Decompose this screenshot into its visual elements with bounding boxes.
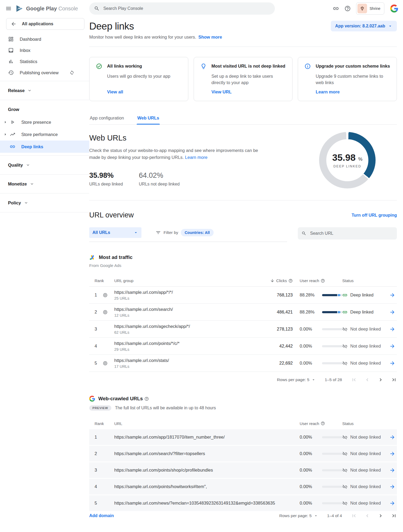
- status-cell: Not deep linked: [342, 468, 385, 473]
- reach-bar: [317, 362, 342, 364]
- sync-icon[interactable]: [70, 70, 74, 75]
- all-applications-button[interactable]: All applications: [6, 18, 84, 30]
- help-icon[interactable]: [321, 279, 325, 283]
- google-ads-icon: [89, 254, 96, 261]
- url-text[interactable]: https://sample.url.com/points/*/c/*: [114, 341, 255, 346]
- row-arrow-button[interactable]: [385, 326, 397, 332]
- status-label: Deep linked: [350, 310, 373, 315]
- publishing-overview-icon: [8, 70, 14, 76]
- sidebar-section-monetize[interactable]: Monetize: [0, 177, 89, 191]
- divider: [0, 81, 89, 81]
- url-text[interactable]: https://sample.url.com/points/howitworks…: [114, 484, 293, 489]
- expand-arrow-icon[interactable]: [3, 132, 8, 137]
- app-version-selector[interactable]: App version: 8.2.027.aab: [331, 21, 397, 31]
- last-page-icon[interactable]: [391, 513, 397, 519]
- section-label: Policy: [8, 200, 21, 205]
- sidebar-section-policy[interactable]: Policy: [0, 196, 89, 209]
- tab-app-configuration[interactable]: App configuration: [89, 113, 124, 124]
- row-arrow-button[interactable]: [385, 451, 397, 457]
- row-arrow-button[interactable]: [385, 500, 397, 506]
- deep-linked-chart: 35.98 % DEEP LINKED: [319, 132, 376, 188]
- last-page-icon[interactable]: [391, 377, 397, 383]
- stat-value: 35.98%: [89, 171, 123, 180]
- row-arrow-button[interactable]: [385, 360, 397, 366]
- help-icon[interactable]: [288, 279, 293, 283]
- clicks-cell: 42,442: [255, 344, 293, 349]
- search-url-input[interactable]: [310, 231, 393, 236]
- global-search-input[interactable]: [103, 6, 270, 11]
- turn-off-url-grouping-link[interactable]: Turn off URL grouping: [352, 213, 397, 218]
- sidebar-item-dashboard[interactable]: Dashboard: [0, 34, 89, 45]
- sidebar-item-deep-links[interactable]: Deep links: [0, 141, 89, 153]
- rows-per-page-select[interactable]: Rows per page: 5: [277, 377, 316, 382]
- url-text[interactable]: https://sample.url.com/search/: [114, 307, 255, 312]
- row-arrow-button[interactable]: [385, 343, 397, 349]
- sidebar-item-publishing-overview[interactable]: Publishing overview: [0, 67, 89, 78]
- google-account-button[interactable]: [390, 4, 399, 13]
- store-presence-icon: [10, 119, 15, 125]
- url-text[interactable]: https://sample.url.com/app/1817070/item_…: [114, 435, 293, 440]
- reach-cell: 0.00%: [293, 435, 317, 440]
- page-subtitle: Monitor how well deep links are working …: [89, 35, 397, 40]
- app-selector[interactable]: Shrine: [356, 2, 384, 15]
- search-url-box[interactable]: [298, 227, 397, 240]
- add-domain-link[interactable]: Add domain: [89, 513, 114, 518]
- card-title: Most visited URL is not deep linked: [211, 63, 286, 69]
- row-arrow-button[interactable]: [385, 434, 397, 440]
- row-arrow-button[interactable]: [385, 467, 397, 473]
- google-logo-icon: [390, 5, 398, 13]
- stat-label: URLs not deep linked: [139, 182, 180, 187]
- sidebar-item-inbox[interactable]: Inbox: [0, 45, 89, 56]
- tab-web-urls[interactable]: Web URLs: [137, 113, 160, 124]
- url-text[interactable]: https://sample.url.com/points/shop/c/pro…: [114, 468, 293, 473]
- sidebar-section-quality[interactable]: Quality: [0, 158, 89, 172]
- row-arrow-button[interactable]: [385, 309, 397, 315]
- card-most-visited-url: Most visited URL is not deep linked Set …: [194, 57, 293, 101]
- help-icon[interactable]: [344, 5, 351, 12]
- sidebar-item-store-presence[interactable]: Store presence: [0, 116, 89, 128]
- all-urls-dropdown[interactable]: All URLs: [89, 227, 141, 238]
- rows-per-page-select[interactable]: Rows per page: 5: [279, 513, 318, 518]
- countries-filter-chip[interactable]: Countries: All: [181, 229, 214, 236]
- row-arrow-button[interactable]: [385, 484, 397, 490]
- url-text[interactable]: https://sample.url.com/search/?filter=to…: [114, 451, 293, 456]
- menu-icon[interactable]: [5, 5, 12, 12]
- sidebar-item-store-performance[interactable]: Store performance: [0, 128, 89, 141]
- previous-page-icon[interactable]: [364, 377, 370, 383]
- next-page-icon[interactable]: [378, 513, 384, 519]
- top-bar: Google Play Console Shrine: [0, 0, 403, 17]
- url-text[interactable]: https://sample.url.com/app/*/*/: [114, 290, 255, 295]
- header-clicks[interactable]: Clicks: [255, 278, 293, 283]
- status-label: Not deep linked: [350, 468, 381, 473]
- rows-per-page-label: Rows per page: 5: [277, 377, 310, 382]
- link-shortcut-icon[interactable]: [333, 5, 339, 12]
- help-icon[interactable]: [144, 397, 149, 401]
- view-all-link[interactable]: View all: [107, 89, 182, 94]
- learn-more-link[interactable]: Learn more: [316, 89, 390, 94]
- global-search[interactable]: [89, 2, 275, 15]
- sidebar-item-statistics[interactable]: Statistics: [0, 56, 89, 67]
- divider: [0, 155, 89, 156]
- show-more-link[interactable]: Show more: [198, 35, 222, 39]
- sidebar-item-label: Inbox: [20, 48, 30, 53]
- url-text[interactable]: https://sample.url.com/stats/: [114, 358, 255, 363]
- sidebar-section-release[interactable]: Release: [0, 84, 89, 97]
- url-text[interactable]: https://sample.url.com/agecheck/app/*/: [114, 324, 255, 329]
- first-page-icon[interactable]: [351, 377, 357, 383]
- help-icon[interactable]: [321, 421, 325, 426]
- view-url-link[interactable]: View URL: [211, 89, 286, 94]
- expand-arrow-icon[interactable]: [3, 119, 8, 125]
- row-arrow-button[interactable]: [385, 292, 397, 298]
- header-url-group: URL group: [114, 278, 255, 283]
- reach-bar: [317, 345, 342, 347]
- url-count: 12 URLs: [114, 313, 255, 317]
- previous-page-icon[interactable]: [364, 513, 370, 519]
- reach-bar: [317, 502, 342, 504]
- first-page-icon[interactable]: [351, 513, 357, 519]
- learn-more-link[interactable]: Learn more: [185, 155, 207, 160]
- url-count: 17 URLs: [114, 364, 255, 369]
- url-text[interactable]: https://sample.url.com/news/?emclan=1035…: [114, 501, 293, 506]
- next-page-icon[interactable]: [378, 377, 384, 383]
- play-console-logo[interactable]: Google Play Console: [15, 5, 78, 13]
- check-circle-icon: [96, 63, 102, 69]
